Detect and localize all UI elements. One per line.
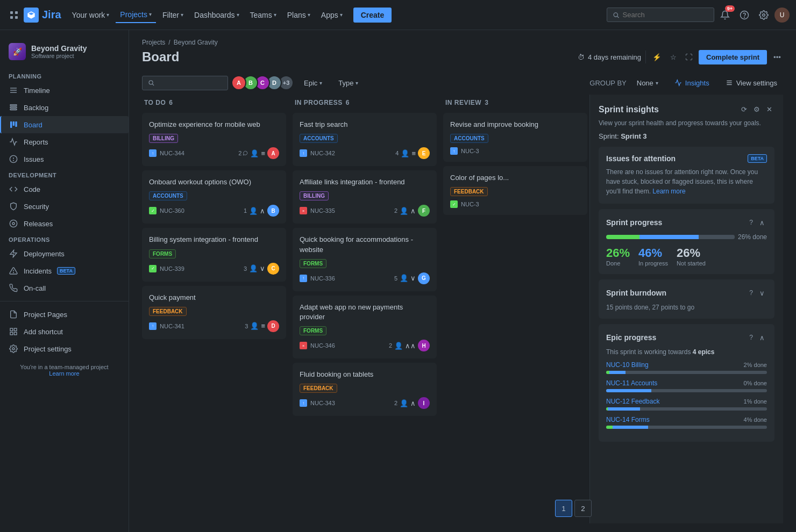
sidebar-item-issues[interactable]: Issues	[0, 150, 129, 168]
card-review-1[interactable]: Revise and improve booking ACCOUNTS ↑ NU…	[443, 113, 587, 162]
card-title: Billing system integration - frontend	[149, 235, 279, 245]
collapse-icon[interactable]: ∧	[757, 217, 767, 229]
epic-accounts-link[interactable]: NUC-11 Accounts	[606, 379, 657, 387]
notifications-button[interactable]: 9+	[716, 6, 734, 24]
stat-inprogress-label: In progress	[638, 260, 668, 267]
breadcrumb-projects[interactable]: Projects	[142, 39, 165, 46]
search-box[interactable]	[607, 8, 714, 22]
star-button[interactable]: ☆	[668, 51, 679, 63]
jira-logo[interactable]: Jira	[24, 8, 61, 23]
card-footer: × NUC-335 2 👤 ∧ F	[300, 205, 430, 217]
search-input[interactable]	[623, 11, 708, 19]
card-nuc-335[interactable]: Affiliate links integration - frontend B…	[293, 170, 437, 224]
user-avatar[interactable]: U	[774, 8, 790, 23]
issue-type-icon: ↑	[149, 149, 157, 157]
complete-sprint-button[interactable]: Complete sprint	[699, 50, 767, 64]
card-nuc-344[interactable]: Optimize experience for mobile web BILLI…	[142, 113, 286, 166]
toolbar-right: GROUP BY None ▾ Insights View settings	[589, 76, 783, 90]
card-meta: 3 👤 ≡ D	[245, 320, 279, 332]
insights-button[interactable]: Insights	[669, 76, 715, 90]
page-2-button[interactable]: 2	[574, 500, 589, 517]
nav-teams[interactable]: Teams ▾	[246, 8, 281, 23]
lightning-button[interactable]: ⚡	[650, 51, 664, 63]
epic-forms-link[interactable]: NUC-14 Forms	[606, 416, 650, 423]
progress-stats: 26% Done 46% In progress 26% Not started	[606, 246, 767, 267]
card-nuc-341[interactable]: Quick payment FEEDBACK ↑ NUC-341 3 👤 ≡ D	[142, 286, 286, 339]
sidebar-label-timeline: Timeline	[24, 87, 50, 95]
help-icon[interactable]: ?	[747, 332, 755, 343]
epic-intro: This sprint is working towards 4 epics	[606, 348, 767, 356]
page-1-button[interactable]: 1	[555, 500, 572, 517]
cards-inreview: Revise and improve booking ACCOUNTS ↑ NU…	[443, 111, 587, 217]
nav-plans[interactable]: Plans ▾	[283, 8, 315, 23]
learn-more-link[interactable]: Learn more	[49, 370, 79, 377]
sidebar-item-releases[interactable]: Releases	[0, 215, 129, 232]
sidebar-item-reports[interactable]: Reports	[0, 133, 129, 150]
sidebar-item-board[interactable]: Board	[0, 116, 129, 133]
collapse-icon[interactable]: ∧	[757, 332, 767, 344]
fullscreen-button[interactable]: ⛶	[683, 51, 694, 63]
board-pagination: 1 2	[555, 495, 589, 521]
epic-feedback-link[interactable]: NUC-12 Feedback	[606, 398, 659, 405]
card-nuc-339[interactable]: Billing system integration - frontend FO…	[142, 228, 286, 281]
settings-button[interactable]	[755, 6, 772, 24]
avatar-1[interactable]: A	[231, 75, 246, 90]
create-button[interactable]: Create	[353, 8, 392, 23]
group-by-select[interactable]: None ▾	[631, 76, 664, 90]
card-nuc-346[interactable]: Adapt web app no new payments provider F…	[293, 296, 437, 358]
epic-billing-link[interactable]: NUC-10 Billing	[606, 361, 649, 369]
sidebar-item-project-pages[interactable]: Project Pages	[0, 306, 129, 323]
nav-dashboards[interactable]: Dashboards ▾	[190, 8, 244, 23]
insights-subtitle: View your sprint health and progress tow…	[599, 119, 774, 128]
help-icon[interactable]: ?	[747, 287, 755, 299]
card-review-2[interactable]: Color of pages lo... FEEDBACK ✓ NUC-3	[443, 166, 587, 215]
help-icon[interactable]: ?	[747, 217, 755, 228]
epic-forms-pct: 4% done	[744, 416, 767, 423]
column-todo-label: TO DO	[144, 99, 166, 106]
column-todo-header: TO DO 6	[142, 95, 286, 111]
person-icon: 👤	[394, 342, 403, 350]
sidebar-item-timeline[interactable]: Timeline	[0, 82, 129, 99]
epic-billing-bar	[606, 371, 767, 374]
sidebar-item-deployments[interactable]: Deployments	[0, 245, 129, 262]
sidebar-item-add-shortcut[interactable]: Add shortcut	[0, 323, 129, 340]
view-settings-button[interactable]: View settings	[720, 76, 783, 90]
sidebar-item-security[interactable]: Security	[0, 198, 129, 215]
beta-badge: BETA	[57, 267, 75, 275]
board-search-box[interactable]	[142, 76, 228, 90]
card-nuc-342[interactable]: Fast trip search ACCOUNTS ↑ NUC-342 4 👤 …	[293, 113, 437, 166]
issue-id: NUC-3	[461, 148, 479, 154]
sidebar-item-incidents[interactable]: Incidents BETA	[0, 262, 129, 279]
help-button[interactable]	[736, 6, 753, 24]
epic-filter[interactable]: Epic ▾	[298, 76, 328, 90]
nav-projects[interactable]: Projects ▾	[116, 7, 156, 23]
breadcrumb-project[interactable]: Beyond Gravity	[174, 39, 218, 46]
type-filter[interactable]: Type ▾	[332, 76, 364, 90]
issue-id: NUC-342	[310, 150, 335, 156]
cards-todo: Optimize experience for mobile web BILLI…	[142, 111, 286, 341]
priority-icon: ≡	[411, 149, 416, 157]
close-icon[interactable]: ✕	[764, 103, 774, 116]
sidebar-item-oncall[interactable]: On-call	[0, 279, 129, 297]
card-nuc-343[interactable]: Fluid booking on tablets FEEDBACK ↑ NUC-…	[293, 363, 437, 416]
sidebar-item-project-settings[interactable]: Project settings	[0, 340, 129, 357]
nav-apps[interactable]: Apps ▾	[317, 8, 347, 23]
learn-more-link[interactable]: Learn more	[652, 188, 685, 195]
card-nuc-360[interactable]: Onboard workout options (OWO) ACCOUNTS ✓…	[142, 170, 286, 224]
sidebar-item-code[interactable]: Code	[0, 181, 129, 198]
expand-icon[interactable]: ∨	[757, 287, 767, 299]
board-search-input[interactable]	[158, 79, 222, 87]
more-actions-button[interactable]: •••	[771, 51, 783, 63]
grid-icon[interactable]	[6, 8, 22, 23]
nav-your-work[interactable]: Your work ▾	[68, 8, 114, 23]
sidebar-item-backlog[interactable]: Backlog	[0, 99, 129, 116]
refresh-icon[interactable]: ⟳	[739, 103, 749, 116]
card-tag: FEEDBACK	[450, 187, 488, 196]
stat-inprogress: 46% In progress	[638, 246, 668, 267]
card-nuc-336[interactable]: Quick booking for accommodations - websi…	[293, 228, 437, 291]
insights-panel-actions: ⟳ ⚙ ✕	[739, 103, 774, 116]
sidebar-label-project-pages: Project Pages	[24, 311, 67, 319]
settings-icon[interactable]: ⚙	[751, 103, 762, 116]
nav-filter[interactable]: Filter ▾	[158, 8, 188, 23]
stat-notstarted-val: 26%	[677, 246, 706, 260]
